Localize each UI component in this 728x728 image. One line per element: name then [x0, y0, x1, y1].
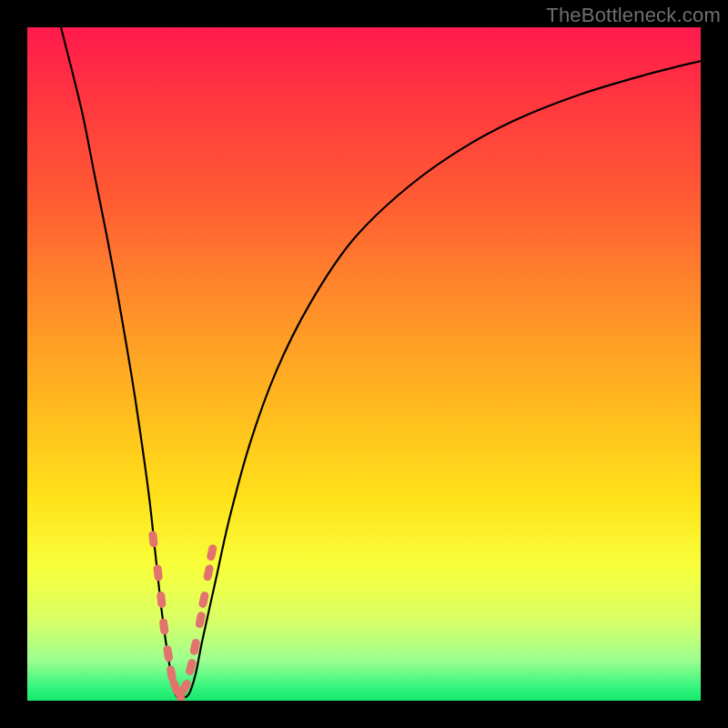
curve-layer [27, 27, 701, 701]
curve-marker [157, 592, 167, 609]
plot-area [27, 27, 701, 701]
curve-marker [203, 564, 215, 582]
curve-marker [159, 618, 169, 635]
watermark-text: TheBottleneck.com [546, 4, 721, 27]
curve-marker [206, 543, 217, 561]
outer-frame: TheBottleneck.com [0, 0, 728, 728]
curve-marker [198, 591, 210, 609]
curve-marker [153, 564, 163, 581]
curve-marker [163, 645, 174, 662]
curve-marker [195, 611, 207, 628]
curve-marker [148, 531, 158, 548]
